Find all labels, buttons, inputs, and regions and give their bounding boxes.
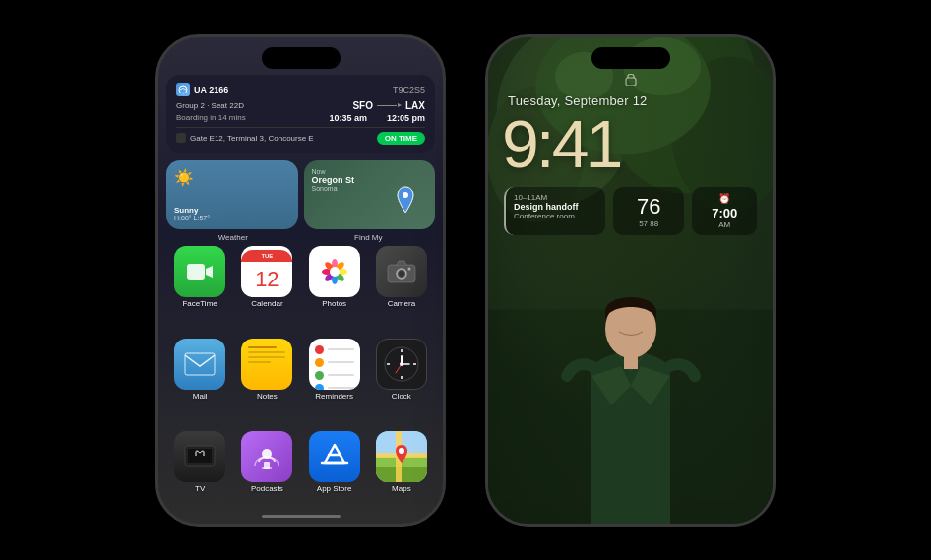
alarm-widget[interactable]: ⏰ 7:00 AM [692,187,757,235]
event-widget[interactable]: 10–11AM Design handoff Conference room [504,187,605,235]
clock-icon [376,339,427,390]
podcasts-label: Podcasts [251,484,283,493]
widgets-row: ☀️ Sunny H:88° L:57° Now Oregon St Sonom… [166,160,435,229]
weather-widget[interactable]: ☀️ Sunny H:88° L:57° [166,160,298,229]
widget-labels: Weather Find My [168,233,433,242]
findmy-location: Oregon St [312,175,428,185]
clock-label: Clock [392,392,411,401]
app-mail[interactable]: Mail [168,339,231,427]
facetime-icon [174,246,225,297]
maps-label: Maps [392,484,411,493]
tv-label: TV [195,484,205,493]
app-clock[interactable]: Clock [370,339,433,427]
alarm-time: 7:00 [712,206,737,220]
appstore-label: App Store [317,484,352,493]
mail-label: Mail [193,392,208,401]
app-calendar[interactable]: TUE 12 Calendar [235,246,298,335]
weather-lock-widget[interactable]: 76 57 88 [613,187,685,235]
route-info: SFO LAX [352,100,425,111]
lock-icon-container [504,72,757,86]
dynamic-island-left [262,47,341,69]
weather-range-lock: 57 88 [639,219,658,228]
app-reminders[interactable]: Reminders [303,339,366,427]
airline-icon [176,83,190,96]
podcasts-icon [241,431,292,482]
maps-icon [376,431,427,482]
facetime-label: FaceTime [182,299,217,308]
calendar-icon: TUE 12 [241,246,292,297]
alarm-icon: ⏰ [718,193,730,204]
lock-overlay: Tuesday, September 12 9:41 10–11AM Desig… [488,37,773,524]
gate-info: Gate E12, Terminal 3, Concourse E [176,133,314,143]
app-maps[interactable]: Maps [370,431,433,520]
group-seat: Group 2 · Seat 22D [176,101,244,110]
lock-time: 9:41 [502,110,757,177]
calendar-day: TUE [261,253,273,259]
svg-point-17 [399,271,404,277]
app-grid: FaceTime TUE 12 Calendar [168,246,433,520]
depart-time: 10:35 am [329,113,367,123]
event-time: 10–11AM [514,193,597,202]
lock-icon [625,72,637,86]
calendar-date: 12 [255,267,279,292]
app-tv[interactable]: TV [168,431,231,520]
app-camera[interactable]: Camera [370,246,433,335]
gate-text: Gate E12, Terminal 3, Concourse E [190,134,314,143]
boarding-pass-widget[interactable]: UA 2166 T9C2S5 Group 2 · Seat 22D SFO LA… [166,75,435,153]
phone-left: UA 2166 T9C2S5 Group 2 · Seat 22D SFO LA… [155,34,446,527]
flight-times: 10:35 am 12:05 pm [329,113,425,123]
camera-icon [376,246,427,297]
gate-icon [176,133,186,143]
findmy-widget[interactable]: Now Oregon St Sonoma [304,160,436,229]
flight-number: UA 2166 [194,85,228,94]
event-title: Design handoff [514,202,597,212]
home-screen: UA 2166 T9C2S5 Group 2 · Seat 22D SFO LA… [158,37,443,524]
from-airport: SFO [352,100,373,111]
findmy-label: Find My [304,233,434,242]
camera-label: Camera [388,299,415,308]
notes-label: Notes [257,392,278,401]
lock-screen: Tuesday, September 12 9:41 10–11AM Desig… [488,37,773,524]
arrive-time: 12:05 pm [387,113,425,123]
svg-marker-3 [206,266,213,278]
app-photos[interactable]: Photos [303,246,366,335]
app-appstore[interactable]: App Store [303,431,366,520]
reminders-label: Reminders [315,392,353,401]
calendar-label: Calendar [251,299,282,308]
weather-temp-big: 76 [637,194,660,219]
dynamic-island-right [591,47,670,69]
svg-point-13 [330,267,340,277]
app-facetime[interactable]: FaceTime [168,246,231,335]
svg-rect-2 [187,264,205,280]
alarm-ampm: AM [718,220,730,229]
notes-icon [241,339,292,390]
svg-rect-33 [262,467,272,469]
appstore-icon [309,431,360,482]
svg-rect-53 [626,78,636,86]
photos-label: Photos [322,299,346,308]
scene: UA 2166 T9C2S5 Group 2 · Seat 22D SFO LA… [0,0,931,560]
app-podcasts[interactable]: Podcasts [235,431,298,520]
svg-rect-19 [185,353,215,375]
reminders-icon [309,339,360,390]
svg-point-18 [407,267,410,270]
to-airport: LAX [405,100,425,111]
mail-icon [174,339,225,390]
weather-icon: ☀️ [174,168,290,187]
booking-code: T9C2S5 [393,85,425,94]
airline-badge: UA 2166 [176,83,228,96]
boarding-label: Boarding in 14 mins [176,113,246,122]
svg-rect-30 [188,449,212,463]
phone-right: Tuesday, September 12 9:41 10–11AM Desig… [485,34,776,527]
svg-point-28 [400,362,403,366]
weather-range: H:88° L:57° [174,215,290,221]
tv-icon [174,431,225,482]
weather-label: Weather [168,233,298,242]
status-badge: ON TIME [377,132,425,145]
event-location: Conference room [514,212,597,220]
app-notes[interactable]: Notes [235,339,298,427]
home-indicator-left [262,515,341,518]
photos-icon [309,246,360,297]
svg-point-41 [399,448,404,454]
lock-widgets: 10–11AM Design handoff Conference room 7… [504,187,757,235]
